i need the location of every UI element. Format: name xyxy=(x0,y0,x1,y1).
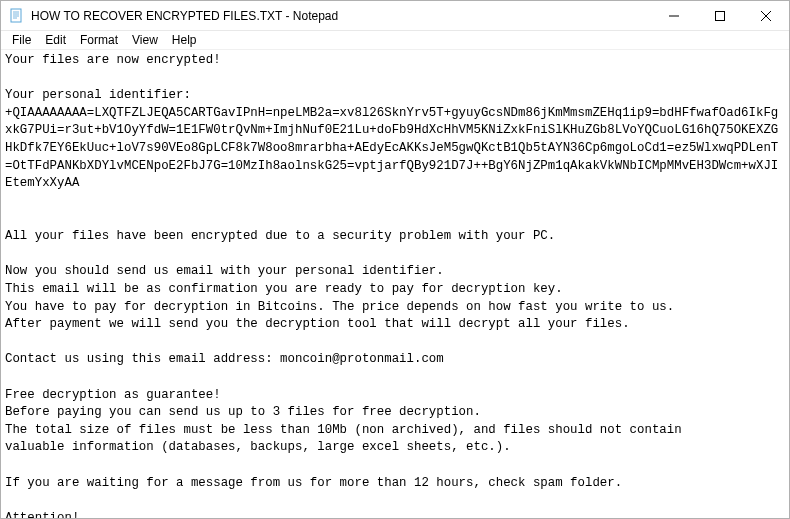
minimize-button[interactable] xyxy=(651,1,697,30)
notepad-icon xyxy=(9,8,25,24)
close-button[interactable] xyxy=(743,1,789,30)
menu-format[interactable]: Format xyxy=(73,31,125,49)
window-controls xyxy=(651,1,789,30)
svg-rect-6 xyxy=(716,11,725,20)
window-title: HOW TO RECOVER ENCRYPTED FILES.TXT - Not… xyxy=(31,9,651,23)
menu-help[interactable]: Help xyxy=(165,31,204,49)
menu-file[interactable]: File xyxy=(5,31,38,49)
menubar: File Edit Format View Help xyxy=(1,31,789,50)
svg-rect-0 xyxy=(11,9,21,22)
text-content[interactable]: Your files are now encrypted! Your perso… xyxy=(5,52,785,518)
content-area[interactable]: Your files are now encrypted! Your perso… xyxy=(1,50,789,518)
menu-view[interactable]: View xyxy=(125,31,165,49)
maximize-button[interactable] xyxy=(697,1,743,30)
menu-edit[interactable]: Edit xyxy=(38,31,73,49)
titlebar: HOW TO RECOVER ENCRYPTED FILES.TXT - Not… xyxy=(1,1,789,31)
